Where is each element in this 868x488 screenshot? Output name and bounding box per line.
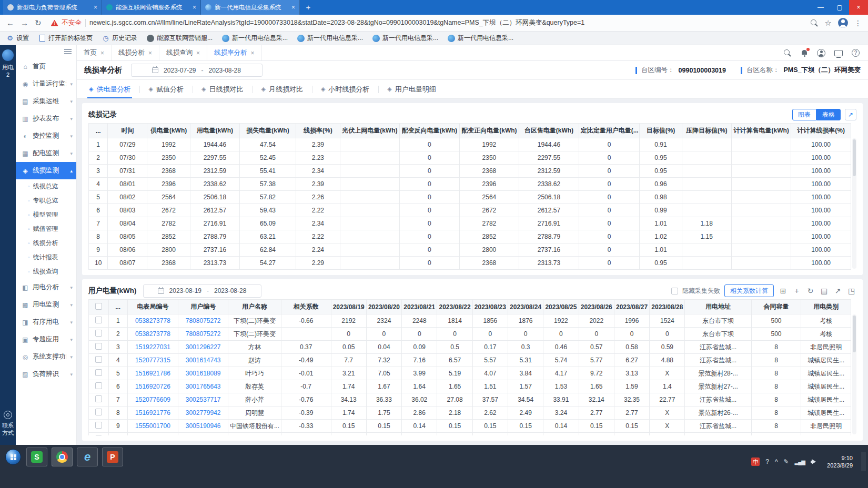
fullscreen-icon[interactable] — [834, 50, 843, 56]
row-checkbox[interactable] — [95, 435, 102, 435]
row-checkbox[interactable] — [95, 395, 102, 402]
fullscreen-icon[interactable]: ◳ — [846, 286, 856, 296]
sidebar-subitem[interactable]: ▫ 模型管理 — [16, 208, 76, 222]
chart-view-button[interactable]: 图表 — [792, 109, 816, 120]
tab-close-icon[interactable]: × — [196, 49, 200, 57]
link-cell[interactable]: 1519227031 — [127, 341, 178, 354]
export-icon[interactable]: ↗ — [845, 109, 856, 120]
pen-input-icon[interactable]: ✎ — [784, 458, 789, 465]
windows-start-button[interactable] — [5, 449, 21, 465]
export-icon[interactable]: ↗ — [833, 286, 843, 296]
refresh-icon[interactable]: ↻ — [805, 286, 815, 296]
tab-close-icon[interactable]: × — [251, 49, 255, 57]
collapse-sidebar-icon[interactable] — [64, 49, 72, 54]
link-cell[interactable]: 3005190947 — [178, 433, 228, 436]
link-cell[interactable]: 1516920726 — [127, 380, 178, 393]
table-scrollbar[interactable] — [852, 314, 856, 434]
sidebar-subitem[interactable]: ▫ 线损查询 — [16, 265, 76, 279]
tray-expand-icon[interactable]: ^ — [775, 458, 778, 465]
link-cell[interactable]: 1555001701 — [127, 433, 178, 436]
tab-close-icon[interactable]: × — [100, 49, 104, 57]
hide-failed-checkbox[interactable] — [671, 288, 678, 294]
analysis-tab[interactable]: ◈ 用户电量明细 — [378, 80, 445, 98]
date-end-value[interactable]: 2023-08-28 — [209, 67, 241, 74]
workspace-tab[interactable]: 线损率分析 × — [207, 45, 262, 60]
search-icon[interactable] — [810, 19, 819, 27]
link-cell[interactable]: 1516921786 — [127, 367, 178, 380]
profile-avatar-icon[interactable] — [838, 18, 848, 28]
link-cell[interactable]: 0538273778 — [127, 328, 178, 341]
sidebar-item[interactable]: ▦ 配电监测 ▾ — [16, 145, 76, 162]
user-energy-date-picker[interactable]: 2023-08-19 - 2023-08-28 — [143, 284, 261, 298]
sidebar-subitem[interactable]: ▫ 线损分析 — [16, 236, 76, 250]
bookmark-item[interactable]: 新一代用电信息采... — [372, 34, 438, 43]
browser-menu-icon[interactable]: ⋮ — [854, 19, 862, 27]
row-checkbox[interactable] — [95, 369, 102, 376]
sidebar-item[interactable]: ◎ 系统支撑功能 ▾ — [16, 348, 76, 365]
ime-indicator-icon[interactable]: 中 — [751, 458, 760, 466]
table-view-button[interactable]: 表格 — [816, 109, 841, 120]
date-end-value[interactable]: 2023-08-28 — [214, 287, 246, 294]
correlation-calc-button[interactable]: 相关系数计算 — [724, 284, 774, 297]
workspace-tab[interactable]: 线损查询 × — [159, 45, 207, 60]
network-icon[interactable]: ▂▄▆ — [795, 459, 805, 465]
date-start-value[interactable]: 2023-08-19 — [169, 287, 201, 294]
taskbar-app-ie[interactable]: e — [77, 448, 98, 466]
workspace-tab[interactable]: 首页 × — [77, 45, 112, 60]
taskbar-clock[interactable]: 9:10 2023/8/29 — [824, 454, 856, 469]
maximize-button[interactable]: ▢ — [830, 0, 849, 15]
browser-tab[interactable]: 新型电力负荷管理系统 × — [3, 0, 102, 15]
link-cell[interactable]: 3005190946 — [178, 420, 228, 433]
tab-close-icon[interactable]: × — [193, 4, 196, 11]
link-cell[interactable]: 1520777315 — [127, 354, 178, 367]
bookmark-item[interactable]: 能源互联网营销服... — [147, 34, 213, 43]
table-scrollbar[interactable] — [852, 138, 856, 269]
new-tab-button[interactable]: + — [302, 2, 315, 13]
search-icon[interactable] — [783, 49, 792, 57]
date-start-value[interactable]: 2023-07-29 — [164, 67, 196, 74]
analysis-tab[interactable]: ◈ 月线损对比 — [252, 80, 311, 98]
analysis-tab[interactable]: ◈ 供电量分析 — [80, 80, 139, 98]
sidebar-subitem[interactable]: ▫ 赋值管理 — [16, 222, 76, 236]
link-cell[interactable]: 1520776609 — [127, 393, 178, 406]
tray-help-icon[interactable]: ? — [765, 458, 769, 465]
bookmark-item[interactable]: 新一代用电信息采... — [448, 34, 513, 43]
browser-tab[interactable]: 能源互联网营销服务系统 × — [102, 0, 201, 15]
tab-close-icon[interactable]: × — [148, 49, 152, 57]
link-cell[interactable]: 1516921776 — [127, 406, 178, 420]
analysis-tab[interactable]: ◈ 日线损对比 — [193, 80, 252, 98]
workspace-tab[interactable]: 线损分析 × — [112, 45, 159, 60]
sidebar-item[interactable]: ◐ 费控监测 ▾ — [16, 127, 76, 145]
bookmark-star-icon[interactable]: ☆ — [825, 18, 832, 28]
date-range-picker[interactable]: 2023-07-29 - 2023-08-28 — [131, 64, 263, 77]
sidebar-item[interactable]: ◉ 计量运行监测 ▾ — [16, 75, 76, 93]
sidebar-subitem[interactable]: ▫ 统计报表 — [16, 250, 76, 265]
link-cell[interactable]: 3002779942 — [178, 406, 228, 420]
close-button[interactable]: × — [849, 0, 868, 15]
link-cell[interactable]: 7808075272 — [178, 314, 228, 328]
sidebar-item[interactable]: ▩ 用电监测 ▾ — [16, 296, 76, 313]
row-checkbox[interactable] — [95, 356, 102, 363]
column-settings-icon[interactable]: ⊞ — [778, 286, 788, 296]
scrollbar-thumb[interactable] — [853, 316, 856, 352]
sidebar-item[interactable]: ▣ 专题应用 ▾ — [16, 331, 76, 348]
sidebar-subitem[interactable]: ▫ 专职总览 — [16, 194, 76, 208]
scrollbar-thumb[interactable] — [853, 139, 856, 176]
add-icon[interactable]: + — [792, 286, 802, 296]
minimize-button[interactable]: — — [811, 0, 830, 15]
bookmark-item[interactable]: 打开新的标签页 — [38, 34, 93, 43]
row-checkbox[interactable] — [95, 303, 102, 310]
sidebar-subitem[interactable]: ▫ 线损总览 — [16, 179, 76, 194]
link-cell[interactable]: 7808075272 — [178, 328, 228, 341]
row-checkbox[interactable] — [95, 343, 102, 350]
bookmark-item[interactable]: 历史记录 — [102, 34, 137, 43]
sidebar-item[interactable]: ⌂ 首页 — [16, 58, 76, 75]
row-checkbox[interactable] — [95, 422, 102, 429]
link-cell[interactable]: 3001765643 — [178, 380, 228, 393]
show-desktop-button[interactable] — [862, 452, 866, 471]
row-checkbox[interactable] — [95, 409, 102, 415]
analysis-tab[interactable]: ◈ 赋值分析 — [139, 80, 192, 98]
user-avatar-icon[interactable] — [817, 49, 825, 57]
sidebar-item[interactable]: ▨ 负荷辨识 ▾ — [16, 365, 76, 383]
row-checkbox[interactable] — [95, 330, 102, 337]
